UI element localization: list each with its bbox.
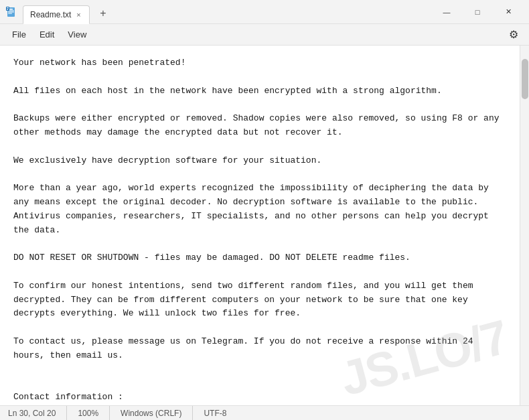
minimize-button[interactable]: —: [431, 0, 462, 24]
window-controls: — □ ✕: [431, 0, 524, 24]
svg-rect-7: [7, 8, 9, 9]
settings-button[interactable]: ⚙: [504, 25, 524, 45]
encoding: UTF-8: [193, 406, 237, 420]
scrollbar-thumb[interactable]: [522, 59, 528, 99]
zoom-level: 100%: [67, 406, 110, 420]
file-menu[interactable]: File: [5, 27, 33, 42]
tab-close-button[interactable]: ×: [75, 10, 82, 19]
menu-bar: File Edit View ⚙: [0, 24, 529, 46]
active-tab[interactable]: Readme.txt ×: [23, 5, 90, 24]
cursor-position: Ln 30, Col 20: [8, 406, 67, 420]
svg-rect-6: [7, 7, 9, 8]
title-bar-left: Readme.txt × +: [5, 3, 431, 21]
content-area: Your network has been penetrated! All fi…: [0, 46, 529, 405]
maximize-button[interactable]: □: [462, 0, 493, 24]
svg-rect-8: [7, 9, 8, 10]
line-ending: Windows (CRLF): [110, 406, 193, 420]
status-bar: Ln 30, Col 20 100% Windows (CRLF) UTF-8: [0, 405, 529, 420]
close-button[interactable]: ✕: [493, 0, 524, 24]
svg-rect-4: [8, 13, 12, 13]
tab-label: Readme.txt: [30, 10, 71, 19]
scrollbar[interactable]: [520, 46, 529, 405]
svg-rect-3: [8, 11, 14, 12]
text-editor[interactable]: Your network has been penetrated! All fi…: [0, 46, 520, 405]
view-menu[interactable]: View: [61, 27, 93, 42]
edit-menu[interactable]: Edit: [33, 27, 61, 42]
new-tab-button[interactable]: +: [95, 5, 111, 21]
app-icon: [5, 6, 17, 18]
title-bar: Readme.txt × + — □ ✕: [0, 0, 529, 24]
